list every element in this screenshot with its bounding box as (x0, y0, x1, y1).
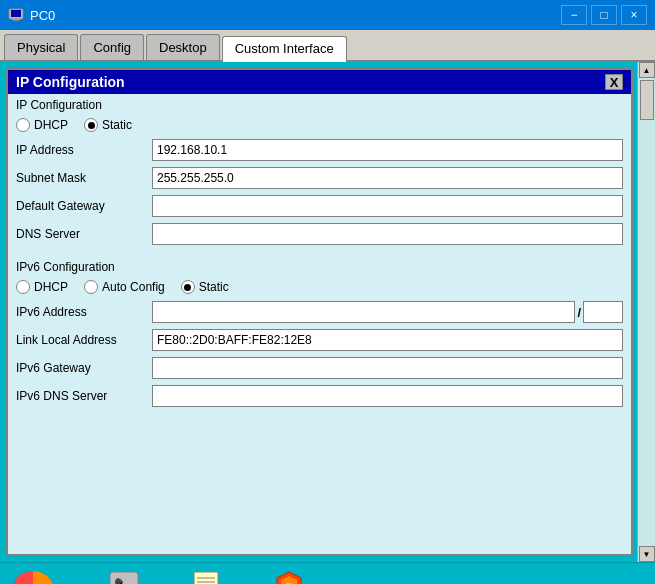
ipv6-gateway-label: IPv6 Gateway (16, 361, 146, 375)
ipv4-section-title: IP Configuration (8, 94, 631, 114)
ipv4-dhcp-radio[interactable] (16, 118, 30, 132)
vertical-scrollbar: ▲ ▼ (637, 62, 655, 562)
ipv6-autoconfig-option[interactable]: Auto Config (84, 280, 165, 294)
ipv4-static-option[interactable]: Static (84, 118, 132, 132)
window-close-button[interactable]: × (621, 5, 647, 25)
ipv4-dhcp-option[interactable]: DHCP (16, 118, 68, 132)
ipv6-gateway-input[interactable] (152, 357, 623, 379)
dns-server-input[interactable] (152, 223, 623, 245)
ipv6-prefix-input[interactable] (583, 301, 623, 323)
ip-panel-close-button[interactable]: X (605, 74, 623, 90)
svg-text:📞: 📞 (114, 577, 134, 584)
tab-desktop[interactable]: Desktop (146, 34, 220, 60)
main-content: IP Configuration X IP Configuration DHCP… (0, 62, 655, 562)
ip-panel-title-text: IP Configuration (16, 74, 125, 90)
default-gateway-input[interactable] (152, 195, 623, 217)
ipv6-mode-row: DHCP Auto Config Static (8, 276, 631, 298)
link-local-row: Link Local Address (8, 326, 631, 354)
dns-server-label: DNS Server (16, 227, 146, 241)
ipv6-dns-input[interactable] (152, 385, 623, 407)
svg-rect-2 (13, 20, 19, 21)
ipv6-static-label: Static (199, 280, 229, 294)
maximize-button[interactable]: □ (591, 5, 617, 25)
ip-address-input[interactable] (152, 139, 623, 161)
ip-configuration-panel: IP Configuration X IP Configuration DHCP… (6, 68, 633, 556)
firewall-app-icon[interactable]: Firewall (272, 570, 306, 584)
subnet-mask-row: Subnet Mask (8, 164, 631, 192)
bottom-icon-bar: 📞 Dialer Editor Firewall (0, 562, 655, 584)
scroll-thumb[interactable] (640, 80, 654, 120)
ipv6-address-label: IPv6 Address (16, 305, 146, 319)
ip-address-label: IP Address (16, 143, 146, 157)
ipv6-address-inputs: / (152, 301, 623, 323)
link-local-input[interactable] (152, 329, 623, 351)
network-stats-icon[interactable] (8, 568, 58, 585)
ip-address-row: IP Address (8, 136, 631, 164)
title-bar-left: PC0 (8, 7, 55, 23)
dialer-app-icon[interactable]: 📞 Dialer (108, 570, 140, 584)
ipv6-section-title: IPv6 Configuration (8, 256, 631, 276)
section-divider (8, 248, 631, 256)
scroll-up-button[interactable]: ▲ (639, 62, 655, 78)
default-gateway-label: Default Gateway (16, 199, 146, 213)
ipv6-dns-row: IPv6 DNS Server (8, 382, 631, 410)
ipv6-dhcp-radio[interactable] (16, 280, 30, 294)
editor-app-icon[interactable]: Editor (190, 570, 222, 584)
link-local-label: Link Local Address (16, 333, 146, 347)
svg-rect-3 (12, 19, 20, 20)
subnet-mask-input[interactable] (152, 167, 623, 189)
pc-icon (8, 7, 24, 23)
scroll-down-button[interactable]: ▼ (639, 546, 655, 562)
minimize-button[interactable]: − (561, 5, 587, 25)
ipv6-address-row: IPv6 Address / (8, 298, 631, 326)
ip-panel-title-bar: IP Configuration X (8, 70, 631, 94)
dns-server-row: DNS Server (8, 220, 631, 248)
ipv6-autoconfig-radio[interactable] (84, 280, 98, 294)
window-title: PC0 (30, 8, 55, 23)
ipv4-static-label: Static (102, 118, 132, 132)
ipv6-dhcp-option[interactable]: DHCP (16, 280, 68, 294)
title-bar: PC0 − □ × (0, 0, 655, 30)
ipv4-dhcp-label: DHCP (34, 118, 68, 132)
ipv6-gateway-row: IPv6 Gateway (8, 354, 631, 382)
subnet-mask-label: Subnet Mask (16, 171, 146, 185)
ipv6-dns-label: IPv6 DNS Server (16, 389, 146, 403)
ipv4-mode-row: DHCP Static (8, 114, 631, 136)
ipv6-static-radio[interactable] (181, 280, 195, 294)
ipv6-autoconfig-label: Auto Config (102, 280, 165, 294)
ipv6-dhcp-label: DHCP (34, 280, 68, 294)
tab-config[interactable]: Config (80, 34, 144, 60)
ipv4-static-radio[interactable] (84, 118, 98, 132)
window-controls: − □ × (561, 5, 647, 25)
tab-physical[interactable]: Physical (4, 34, 78, 60)
tab-bar: Physical Config Desktop Custom Interface (0, 30, 655, 62)
default-gateway-row: Default Gateway (8, 192, 631, 220)
svg-rect-1 (11, 10, 21, 17)
tab-custom-interface[interactable]: Custom Interface (222, 36, 347, 62)
ipv6-slash: / (577, 305, 581, 320)
ipv6-address-input[interactable] (152, 301, 575, 323)
ipv6-static-option[interactable]: Static (181, 280, 229, 294)
